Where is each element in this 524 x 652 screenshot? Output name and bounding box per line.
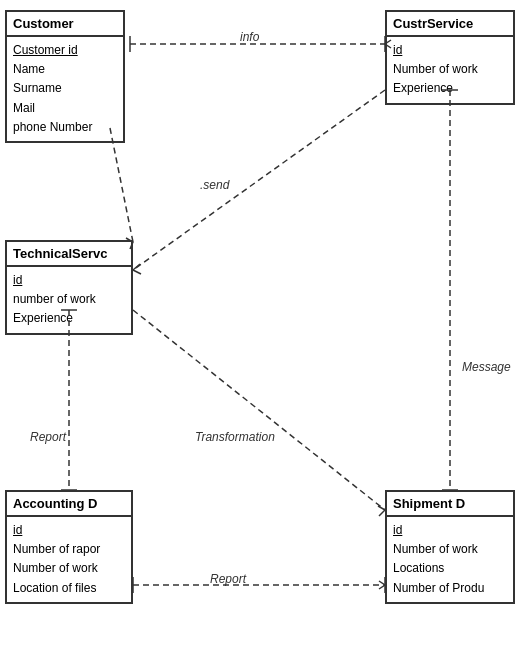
accounting-title: Accounting D — [7, 492, 131, 517]
shipment-attr-0: id — [393, 521, 507, 540]
shipment-attr-1: Number of work — [393, 540, 507, 559]
customer-attrs: Customer id Name Surname Mail phone Numb… — [7, 37, 123, 141]
shipment-attr-3: Number of Produ — [393, 579, 507, 598]
label-info: info — [240, 30, 259, 44]
custrservice-attrs: id Number of work Experience — [387, 37, 513, 103]
accounting-attrs: id Number of rapor Number of work Locati… — [7, 517, 131, 602]
label-send: .send — [200, 178, 229, 192]
relation-send-line — [110, 128, 133, 242]
customer-attr-0: Customer id — [13, 41, 117, 60]
entity-custrservice: CustrService id Number of work Experienc… — [385, 10, 515, 105]
label-report: Report — [30, 430, 66, 444]
technicalservice-attr-0: id — [13, 271, 125, 290]
shipment-attr-2: Locations — [393, 559, 507, 578]
relation-transformation-line — [133, 310, 385, 510]
entity-shipment: Shipment D id Number of work Locations N… — [385, 490, 515, 604]
customer-attr-3: Mail — [13, 99, 117, 118]
custrservice-title: CustrService — [387, 12, 513, 37]
accounting-attr-1: Number of rapor — [13, 540, 125, 559]
label-report2: Report — [210, 572, 246, 586]
accounting-attr-3: Location of files — [13, 579, 125, 598]
label-message: Message — [462, 360, 511, 374]
custrservice-attr-0: id — [393, 41, 507, 60]
entity-accounting: Accounting D id Number of rapor Number o… — [5, 490, 133, 604]
technicalservice-attrs: id number of work Experience — [7, 267, 131, 333]
relation-transformation-arrow — [378, 506, 385, 516]
customer-attr-4: phone Number — [13, 118, 117, 137]
shipment-title: Shipment D — [387, 492, 513, 517]
relation-custr-tech-arrow — [133, 264, 141, 274]
label-transformation: Transformation — [195, 430, 275, 444]
entity-technicalservice: TechnicalServc id number of work Experie… — [5, 240, 133, 335]
customer-title: Customer — [7, 12, 123, 37]
relation-custr-tech-line — [133, 90, 385, 270]
entity-customer: Customer Customer id Name Surname Mail p… — [5, 10, 125, 143]
technicalservice-title: TechnicalServc — [7, 242, 131, 267]
accounting-attr-2: Number of work — [13, 559, 125, 578]
customer-attr-2: Surname — [13, 79, 117, 98]
custrservice-attr-1: Number of work — [393, 60, 507, 79]
customer-attr-1: Name — [13, 60, 117, 79]
custrservice-attr-2: Experience — [393, 79, 507, 98]
technicalservice-attr-2: Experience — [13, 309, 125, 328]
technicalservice-attr-1: number of work — [13, 290, 125, 309]
diagram-container: Customer Customer id Name Surname Mail p… — [0, 0, 524, 652]
accounting-attr-0: id — [13, 521, 125, 540]
shipment-attrs: id Number of work Locations Number of Pr… — [387, 517, 513, 602]
